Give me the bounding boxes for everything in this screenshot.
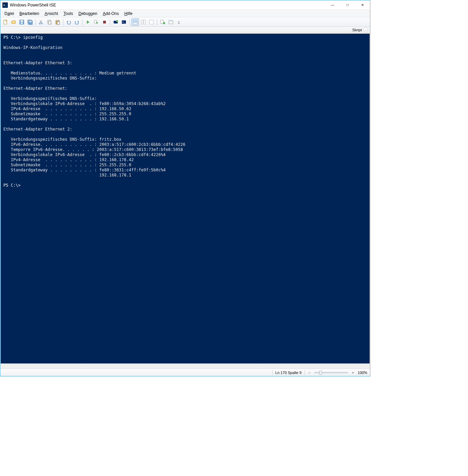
new-file-button[interactable] [2,18,9,26]
zoom-in-button[interactable]: + [351,371,355,375]
svg-rect-30 [178,21,180,22]
paste-button[interactable] [54,18,61,26]
prompt: PS C:\> [3,183,23,188]
minimize-button[interactable]: — [325,0,340,10]
command-text: ipconfig [23,35,43,40]
menu-addons[interactable]: Add-Ons [100,11,122,17]
menu-debuggen[interactable]: Debuggen [76,11,100,17]
stop-button[interactable] [101,18,108,26]
window-controls: — □ ✕ [325,0,370,10]
svg-rect-3 [21,22,23,24]
show-script-top-button[interactable] [131,18,139,26]
svg-rect-25 [149,20,154,24]
undo-button[interactable] [65,18,72,26]
show-script-right-button[interactable] [140,18,147,26]
titlebar: >_ Windows PowerShell ISE — □ ✕ [0,0,370,10]
svg-rect-2 [20,20,23,22]
toolbar: + >_ [0,17,370,27]
script-pane-bar[interactable]: Skript ⌄ [0,27,370,33]
menu-tools[interactable]: Tools [61,11,76,17]
svg-rect-22 [133,22,137,24]
statusbar: Ln 170 Spalte 9 − + 100% [0,369,370,376]
svg-rect-14 [94,20,97,23]
window-title: Windows PowerShell ISE [10,3,325,7]
app-icon: >_ [2,2,8,8]
toolbar-separator [157,19,157,25]
show-command-window-button[interactable] [167,18,175,26]
zoom-slider-thumb[interactable] [319,371,322,375]
svg-rect-29 [169,20,173,21]
zoom-level: 100% [358,371,367,375]
menu-hilfe[interactable]: Hilfe [122,11,135,17]
svg-rect-10 [48,21,51,24]
cursor-position: Ln 170 Spalte 9 [275,371,302,375]
close-button[interactable]: ✕ [355,0,370,10]
svg-point-27 [163,22,165,24]
console-output: Windows-IP-Konfiguration Ethernet-Adapte… [3,45,185,177]
svg-rect-15 [103,21,106,23]
save-button[interactable] [18,18,26,26]
horizontal-scrollbar-area[interactable] [0,364,370,369]
copy-button[interactable] [46,18,53,26]
show-command-addon-button[interactable] [159,18,166,26]
statusbar-separator [304,370,305,375]
redo-button[interactable] [73,18,81,26]
start-powershell-button[interactable]: >_ [120,18,128,26]
console-pane[interactable]: PS C:\> ipconfig Windows-IP-Konfiguratio… [1,34,370,363]
svg-rect-21 [133,20,137,22]
svg-rect-6 [29,21,32,22]
new-remote-tab-button[interactable]: + [112,18,119,26]
toolbar-separator [35,19,36,25]
svg-rect-23 [141,20,143,24]
statusbar-separator [272,370,273,375]
open-file-button[interactable] [10,18,17,26]
console-pane-wrapper: PS C:\> ipconfig Windows-IP-Konfiguratio… [0,33,370,364]
zoom-out-button[interactable]: − [307,371,311,375]
cut-button[interactable] [37,18,45,26]
menu-datei[interactable]: Datei [2,11,17,17]
menu-ansicht[interactable]: Ansicht [42,11,61,17]
menubar: Datei Bearbeiten Ansicht Tools Debuggen … [0,10,370,17]
zoom-slider[interactable] [314,372,348,373]
toolbar-separator [82,19,83,25]
toolbar-separator [110,19,110,25]
svg-text:+: + [116,20,118,22]
chevron-down-icon[interactable]: ⌄ [363,28,368,32]
show-script-maximized-button[interactable] [148,18,155,26]
run-script-button[interactable] [84,18,92,26]
script-pane-label: Skript [352,28,362,32]
toolbar-separator [129,19,130,25]
svg-rect-24 [144,20,145,24]
prompt: PS C:\> [3,35,23,40]
menu-bearbeiten[interactable]: Bearbeiten [17,11,42,17]
maximize-button[interactable]: □ [340,0,355,10]
svg-rect-13 [57,22,60,24]
run-selection-button[interactable] [93,18,100,26]
toolbar-overflow-button[interactable] [175,18,183,26]
save-all-button[interactable] [26,18,34,26]
svg-rect-26 [161,20,163,23]
toolbar-separator [63,19,63,25]
svg-text:>_: >_ [122,21,126,24]
svg-rect-12 [57,20,59,21]
